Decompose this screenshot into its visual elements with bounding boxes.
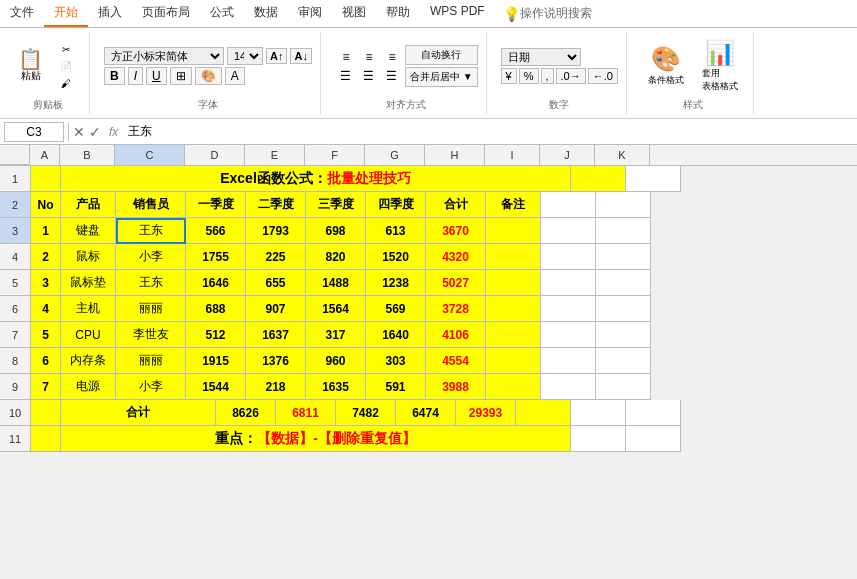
cell-reference[interactable] — [4, 122, 64, 142]
cell-g2[interactable]: 四季度 — [366, 192, 426, 218]
cell-a10[interactable] — [31, 400, 61, 426]
row-header-4[interactable]: 4 — [0, 244, 30, 270]
cell-b6[interactable]: 主机 — [61, 296, 116, 322]
cell-notice[interactable]: 重点： 【数据】-【删除重复值】 — [61, 426, 571, 452]
cell-f3[interactable]: 698 — [306, 218, 366, 244]
row-header-7[interactable]: 7 — [0, 322, 30, 348]
cell-k1[interactable] — [626, 166, 681, 192]
cell-g7[interactable]: 1640 — [366, 322, 426, 348]
cell-k6[interactable] — [596, 296, 651, 322]
italic-button[interactable]: I — [128, 67, 143, 85]
cell-title[interactable]: Excel函数公式： 批量处理技巧 — [61, 166, 571, 192]
col-header-h[interactable]: H — [425, 145, 485, 165]
fill-color-button[interactable]: 🎨 — [195, 67, 222, 85]
cell-j6[interactable] — [541, 296, 596, 322]
row-header-11[interactable]: 11 — [0, 426, 30, 452]
border-button[interactable]: ⊞ — [170, 67, 192, 85]
cell-b2[interactable]: 产品 — [61, 192, 116, 218]
cell-i6[interactable] — [486, 296, 541, 322]
align-mid-left-button[interactable]: ☰ — [335, 67, 357, 85]
cell-f6[interactable]: 1564 — [306, 296, 366, 322]
cell-b8[interactable]: 内存条 — [61, 348, 116, 374]
row-header-9[interactable]: 9 — [0, 374, 30, 400]
cell-j3[interactable] — [541, 218, 596, 244]
cell-j8[interactable] — [541, 348, 596, 374]
cell-a2[interactable]: No — [31, 192, 61, 218]
align-mid-center-button[interactable]: ☰ — [358, 67, 380, 85]
cell-c9[interactable]: 小李 — [116, 374, 186, 400]
tab-data[interactable]: 数据 — [244, 0, 288, 27]
cell-b3[interactable]: 键盘 — [61, 218, 116, 244]
number-format-select[interactable]: 日期 — [501, 48, 581, 66]
cell-g8[interactable]: 303 — [366, 348, 426, 374]
cell-d2[interactable]: 一季度 — [186, 192, 246, 218]
cell-a3[interactable]: 1 — [31, 218, 61, 244]
cell-a9[interactable]: 7 — [31, 374, 61, 400]
cell-k4[interactable] — [596, 244, 651, 270]
col-header-i[interactable]: I — [485, 145, 540, 165]
cell-g5[interactable]: 1238 — [366, 270, 426, 296]
cancel-formula-icon[interactable]: ✕ — [73, 124, 85, 140]
tab-insert[interactable]: 插入 — [88, 0, 132, 27]
cell-j4[interactable] — [541, 244, 596, 270]
cell-total-label[interactable]: 合计 — [61, 400, 216, 426]
wrap-text-button[interactable]: 自动换行 — [405, 45, 478, 65]
row-header-1[interactable]: 1 — [0, 166, 30, 192]
col-header-d[interactable]: D — [185, 145, 245, 165]
cell-b9[interactable]: 电源 — [61, 374, 116, 400]
cell-g10[interactable]: 6474 — [396, 400, 456, 426]
cell-e7[interactable]: 1637 — [246, 322, 306, 348]
decrease-decimal-button[interactable]: ←.0 — [588, 68, 618, 84]
font-size-select[interactable]: 14 — [227, 47, 263, 65]
cell-i9[interactable] — [486, 374, 541, 400]
cell-i5[interactable] — [486, 270, 541, 296]
cell-h4[interactable]: 4320 — [426, 244, 486, 270]
col-header-e[interactable]: E — [245, 145, 305, 165]
cell-a7[interactable]: 5 — [31, 322, 61, 348]
tab-pagelayout[interactable]: 页面布局 — [132, 0, 200, 27]
cell-h5[interactable]: 5027 — [426, 270, 486, 296]
cell-g3[interactable]: 613 — [366, 218, 426, 244]
cell-b5[interactable]: 鼠标垫 — [61, 270, 116, 296]
cell-k3[interactable] — [596, 218, 651, 244]
cell-g6[interactable]: 569 — [366, 296, 426, 322]
cell-i10[interactable] — [516, 400, 571, 426]
cell-c4[interactable]: 小李 — [116, 244, 186, 270]
align-mid-right-button[interactable]: ☰ — [381, 67, 403, 85]
cell-j5[interactable] — [541, 270, 596, 296]
cell-b4[interactable]: 鼠标 — [61, 244, 116, 270]
col-header-k[interactable]: K — [595, 145, 650, 165]
tab-review[interactable]: 审阅 — [288, 0, 332, 27]
row-header-5[interactable]: 5 — [0, 270, 30, 296]
cell-h2[interactable]: 合计 — [426, 192, 486, 218]
tab-help[interactable]: 帮助 — [376, 0, 420, 27]
cell-k2[interactable] — [596, 192, 651, 218]
tab-file[interactable]: 文件 — [0, 0, 44, 27]
cell-d10[interactable]: 8626 — [216, 400, 276, 426]
cell-k5[interactable] — [596, 270, 651, 296]
increase-decimal-button[interactable]: .0→ — [556, 68, 586, 84]
cell-d5[interactable]: 1646 — [186, 270, 246, 296]
cut-button[interactable]: ✂ — [51, 42, 81, 57]
cell-c7[interactable]: 李世友 — [116, 322, 186, 348]
paste-button[interactable]: 📋 粘贴 — [14, 42, 47, 91]
cell-f5[interactable]: 1488 — [306, 270, 366, 296]
percent-button[interactable]: % — [519, 68, 539, 84]
cell-h10[interactable]: 29393 — [456, 400, 516, 426]
cell-c6[interactable]: 丽丽 — [116, 296, 186, 322]
font-decrease-button[interactable]: A↓ — [290, 48, 311, 64]
col-header-c[interactable]: C — [115, 145, 185, 165]
col-header-a[interactable]: A — [30, 145, 60, 165]
align-top-right-button[interactable]: ≡ — [381, 48, 403, 66]
cell-e8[interactable]: 1376 — [246, 348, 306, 374]
currency-button[interactable]: ¥ — [501, 68, 517, 84]
cell-d4[interactable]: 1755 — [186, 244, 246, 270]
cell-f8[interactable]: 960 — [306, 348, 366, 374]
cell-i4[interactable] — [486, 244, 541, 270]
cell-k7[interactable] — [596, 322, 651, 348]
cell-j9[interactable] — [541, 374, 596, 400]
cell-e9[interactable]: 218 — [246, 374, 306, 400]
cell-h9[interactable]: 3988 — [426, 374, 486, 400]
comma-button[interactable]: , — [541, 68, 554, 84]
col-header-j[interactable]: J — [540, 145, 595, 165]
